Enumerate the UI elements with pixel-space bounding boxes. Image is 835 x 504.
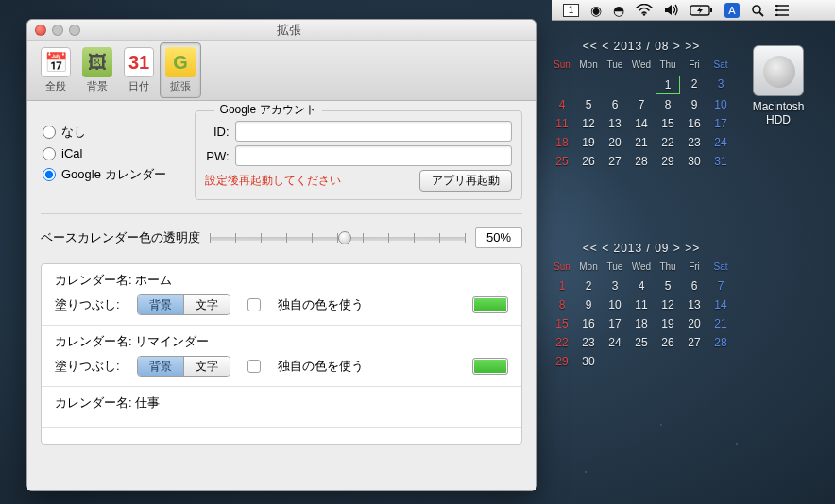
owncolor-checkbox[interactable] (247, 360, 261, 373)
titlebar[interactable]: 拡張 (27, 20, 536, 41)
calendar-day[interactable]: 15 (656, 115, 680, 132)
calendar-day[interactable]: 12 (576, 115, 601, 132)
calendar-day[interactable]: 24 (708, 134, 733, 151)
calendar-day[interactable]: 22 (656, 134, 680, 151)
calendar-header[interactable]: << < 2013 / 08 > >> (550, 40, 733, 53)
fill-segment[interactable]: 背景文字 (137, 356, 230, 377)
calendar-day[interactable]: 9 (576, 296, 601, 313)
wifi-icon[interactable] (636, 4, 653, 16)
calendar-day[interactable] (603, 353, 627, 370)
calendar-day[interactable] (576, 76, 601, 94)
calendar-day[interactable]: 19 (656, 315, 680, 332)
calendar-day[interactable]: 18 (629, 315, 654, 332)
tab-background[interactable]: 🖼 背景 (77, 42, 118, 98)
calendar-day[interactable] (603, 76, 627, 94)
calendar-header[interactable]: << < 2013 / 09 > >> (550, 242, 733, 255)
calendar-day[interactable]: 23 (576, 334, 601, 351)
calendar-day[interactable]: 2 (682, 76, 707, 94)
tab-date[interactable]: 31 日付 (118, 42, 160, 98)
restart-button[interactable]: アプリ再起動 (419, 170, 512, 192)
menubar-date-icon[interactable]: 1 (563, 4, 579, 17)
calendar-day[interactable] (682, 353, 707, 370)
seg-text[interactable]: 文字 (184, 295, 230, 314)
calendar-day[interactable]: 4 (550, 96, 574, 113)
calendar-day[interactable]: 25 (629, 334, 654, 351)
calendar-day[interactable]: 20 (682, 315, 707, 332)
radio-input[interactable] (43, 168, 56, 181)
calendar-day[interactable]: 24 (603, 334, 627, 351)
calendar-day[interactable]: 9 (682, 96, 707, 113)
calendar-day[interactable]: 5 (656, 277, 680, 294)
opacity-value[interactable]: 50% (475, 227, 522, 248)
calendar-day[interactable]: 1 (550, 277, 574, 294)
calendar-day[interactable]: 16 (682, 115, 707, 132)
calendar-day[interactable]: 27 (603, 153, 627, 170)
close-icon[interactable] (35, 25, 46, 36)
input-source-icon[interactable]: A (724, 3, 740, 18)
calendar-day[interactable]: 17 (603, 315, 627, 332)
calendar-day[interactable]: 16 (576, 315, 601, 332)
calendar-day[interactable]: 13 (603, 115, 627, 132)
tab-general[interactable]: 📅 全般 (35, 42, 77, 98)
notification-center-icon[interactable] (775, 5, 789, 16)
calendar-day[interactable]: 2 (576, 277, 601, 294)
calendar-day[interactable]: 7 (708, 277, 733, 294)
calendar-day[interactable]: 10 (603, 296, 627, 313)
calendar-day[interactable]: 11 (629, 296, 654, 313)
calendar-day[interactable] (629, 76, 654, 94)
calendar-day[interactable]: 6 (682, 277, 707, 294)
calendar-day[interactable]: 7 (629, 96, 654, 113)
calendar-day[interactable]: 30 (576, 353, 601, 370)
owncolor-checkbox[interactable] (247, 298, 261, 311)
calendar-day[interactable]: 3 (708, 76, 733, 94)
radio-input[interactable] (43, 126, 56, 139)
calendar-day[interactable]: 15 (550, 315, 574, 332)
fill-segment[interactable]: 背景文字 (137, 294, 230, 315)
calendar-day[interactable]: 21 (629, 134, 654, 151)
calendar-day[interactable]: 14 (629, 115, 654, 132)
calendar-day[interactable] (629, 353, 654, 370)
calendar-day[interactable]: 8 (656, 96, 680, 113)
id-input[interactable] (235, 121, 512, 142)
calendar-day[interactable]: 19 (576, 134, 601, 151)
calendar-day[interactable]: 14 (708, 296, 733, 313)
battery-icon[interactable] (690, 5, 713, 16)
seg-bg[interactable]: 背景 (138, 295, 184, 314)
calendar-day[interactable]: 6 (603, 96, 627, 113)
calendar-day[interactable]: 21 (708, 315, 733, 332)
hat-icon[interactable]: ◓ (613, 3, 624, 18)
zoom-icon[interactable] (69, 25, 80, 36)
minimize-icon[interactable] (52, 25, 63, 36)
calendar-day[interactable]: 8 (550, 296, 574, 313)
volume-icon[interactable] (664, 4, 679, 16)
color-swatch[interactable] (472, 358, 508, 375)
calendar-day[interactable]: 28 (629, 153, 654, 170)
calendar-day[interactable]: 22 (550, 334, 574, 351)
calendar-day[interactable]: 29 (550, 353, 574, 370)
calendar-day[interactable]: 31 (708, 153, 733, 170)
calendar-day[interactable]: 5 (576, 96, 601, 113)
seg-text[interactable]: 文字 (184, 357, 230, 376)
calendar-day[interactable]: 3 (603, 277, 627, 294)
calendar-day[interactable] (656, 353, 680, 370)
calendar-day[interactable]: 26 (576, 153, 601, 170)
calendar-day[interactable]: 17 (708, 115, 733, 132)
calendar-day[interactable]: 13 (682, 296, 707, 313)
spotlight-icon[interactable] (751, 4, 764, 17)
calendar-day[interactable]: 30 (682, 153, 707, 170)
calendar-day[interactable]: 10 (708, 96, 733, 113)
camera-icon[interactable]: ◉ (590, 3, 602, 18)
calendar-day[interactable] (550, 76, 574, 94)
tab-extension[interactable]: G 拡張 (160, 42, 201, 98)
calendar-day[interactable]: 26 (656, 334, 680, 351)
desktop-hdd[interactable]: Macintosh HDD (744, 45, 812, 126)
calendar-day[interactable]: 4 (629, 277, 654, 294)
seg-bg[interactable]: 背景 (138, 357, 184, 376)
calendar-day[interactable]: 29 (656, 153, 680, 170)
calendar-day[interactable]: 28 (708, 334, 733, 351)
calendar-day[interactable]: 12 (656, 296, 680, 313)
radio-input[interactable] (43, 147, 56, 160)
calendar-day[interactable]: 11 (550, 115, 574, 132)
radio-ical[interactable]: iCal (43, 146, 166, 160)
calendar-day[interactable]: 18 (550, 134, 574, 151)
